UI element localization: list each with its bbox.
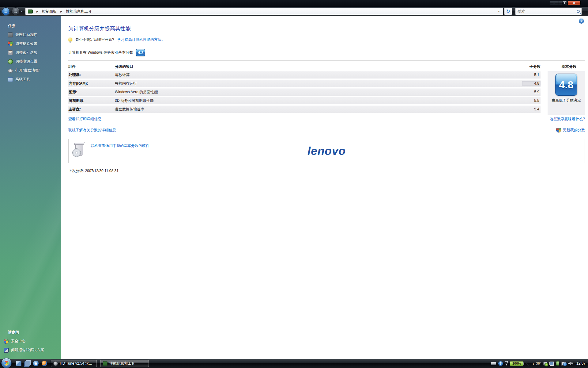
performance-tools-icon xyxy=(103,361,107,366)
breadcrumb-arrow-icon: ▶ xyxy=(60,10,62,13)
col-component: 组件 xyxy=(68,64,115,69)
update-my-score-link[interactable]: 更新我的分数 xyxy=(563,128,585,133)
restore-icon xyxy=(505,361,508,363)
disk-cleanup-icon xyxy=(8,69,13,73)
search-icon[interactable] xyxy=(577,10,580,13)
sidebar-item-disk-cleanup[interactable]: 打开“磁盘清理” xyxy=(0,66,61,75)
close-button[interactable]: ✕ xyxy=(567,1,581,5)
component-name: 处理器: xyxy=(68,72,115,78)
experience-index-badge: 4.8 xyxy=(136,49,145,56)
sidebar-item-label: 问题报告和解决方案 xyxy=(11,347,44,353)
lightbulb-icon xyxy=(68,38,72,42)
safely-remove-usb-icon[interactable] xyxy=(543,362,547,366)
table-row: 主硬盘: 磁盘数据传输速率 5.4 xyxy=(68,105,541,113)
taskbar: e HD Tune v2.54 汉... 性能信息和工具 ? ▼ 100% ‹ … xyxy=(0,359,588,368)
main-content: ? 为计算机分级并提高其性能 是否不确定从哪里开始? 学习提高计算机性能的方法。… xyxy=(61,16,588,359)
sidebar-item-label: 打开“磁盘清理” xyxy=(15,68,40,73)
tray-expand-icon[interactable]: ‹ xyxy=(533,361,534,366)
temperature-indicator[interactable]: 36° xyxy=(536,362,541,365)
sidebar-item-power-settings[interactable]: 调整电源设置 xyxy=(0,57,61,66)
score-table: 组件 分级的项目 子分数 基本分数 处理器: 每秒计算 5.1 内存(RAM):… xyxy=(68,61,585,113)
battery-indicator[interactable]: 100% xyxy=(510,361,524,366)
battery-tip xyxy=(523,362,524,365)
audio-device-icon[interactable] xyxy=(526,362,530,366)
history-dropdown-icon[interactable]: ▼ xyxy=(21,10,23,13)
tray-help-icon[interactable]: ? xyxy=(498,361,503,366)
uac-shield-icon xyxy=(556,128,561,132)
sidebar-item-label: 管理启动程序 xyxy=(15,32,37,37)
see-also-header: 请参阅 xyxy=(0,330,61,337)
rated-item: 磁盘数据传输速率 xyxy=(115,107,522,112)
col-base-score: 基本分数 xyxy=(562,64,576,69)
display-settings-icon[interactable] xyxy=(549,362,554,365)
component-name: 内存(RAM): xyxy=(68,81,115,86)
update-score-action[interactable]: 更新我的分数 xyxy=(556,128,585,133)
base-score-panel: 4.8 由最低子分数决定 xyxy=(548,71,585,115)
refresh-button[interactable]: ↻ xyxy=(504,8,512,15)
sidebar-item-advanced-tools[interactable]: 高级工具 xyxy=(0,75,61,84)
address-bar[interactable]: ▶ 控制面板 ▶ 性能信息和工具 ▼ xyxy=(25,8,503,15)
learn-scores-online-link[interactable]: 联机了解有关分数的详细信息 xyxy=(68,128,116,133)
internet-explorer-icon[interactable]: e xyxy=(33,361,39,366)
learn-performance-link[interactable]: 学习提高计算机性能的方法。 xyxy=(117,37,165,42)
see-also-section: 请参阅 安全中心 问题报告和解决方案 xyxy=(0,330,61,355)
volume-icon[interactable] xyxy=(568,361,573,366)
restore-icon xyxy=(562,2,565,4)
language-bar-icon[interactable]: ▼ xyxy=(505,361,508,366)
task-button-label: 性能信息和工具 xyxy=(109,361,135,366)
windows-flag-icon xyxy=(3,360,10,367)
sidebar-item-manage-startup[interactable]: 管理启动程序 xyxy=(0,30,61,39)
subscore-value-lowest: 4.8 xyxy=(522,81,541,86)
col-rated-item: 分级的项目 xyxy=(115,64,522,69)
lenovo-logo: lenovo xyxy=(69,145,585,158)
startup-programs-icon xyxy=(8,33,13,37)
sidebar-item-label: 调整索引选项 xyxy=(15,50,37,55)
what-numbers-mean-link[interactable]: 这些数字意味着什么? xyxy=(550,117,585,122)
sidebar-item-problem-reports[interactable]: 问题报告和解决方案 xyxy=(0,346,61,355)
quick-launch: e xyxy=(16,361,47,366)
firefox-icon[interactable] xyxy=(42,361,47,366)
forward-button[interactable]: → xyxy=(12,7,20,15)
window-titlebar: – ✕ xyxy=(0,0,588,7)
table-row: 图形: Windows Aero 的桌面性能 5.9 xyxy=(68,88,541,96)
uac-shield-icon xyxy=(8,41,13,46)
sidebar-item-label: 调整电源设置 xyxy=(15,59,37,64)
taskbar-button-hdtune[interactable]: HD Tune v2.54 汉... xyxy=(51,360,97,367)
address-dropdown-icon[interactable]: ▼ xyxy=(496,10,501,13)
table-row: 处理器: 每秒计算 5.1 xyxy=(68,71,541,79)
tip-question: 是否不确定从哪里开始? xyxy=(75,37,114,42)
tasks-header: 任务 xyxy=(0,16,61,30)
table-header-row: 组件 分级的项目 子分数 xyxy=(68,61,541,71)
base-score-badge: 4.8 xyxy=(555,74,577,96)
back-button[interactable]: ← xyxy=(2,7,10,15)
breadcrumb-performance-tools[interactable]: 性能信息和工具 xyxy=(65,8,93,15)
breadcrumb-control-panel[interactable]: 控制面板 xyxy=(41,8,58,15)
sidebar-item-security-center[interactable]: 安全中心 xyxy=(0,337,61,346)
taskbar-clock[interactable]: 12:07 xyxy=(576,361,586,366)
rated-item: Windows Aero 的桌面性能 xyxy=(115,90,522,95)
component-name: 游戏图形: xyxy=(68,98,115,103)
sidebar-item-indexing-options[interactable]: 调整索引选项 xyxy=(0,48,61,57)
search-input[interactable] xyxy=(517,9,577,13)
power-plug-icon[interactable] xyxy=(556,361,559,366)
chevron-down-icon: ▼ xyxy=(505,364,507,366)
view-print-details-link[interactable]: 查看和打印详细信息 xyxy=(68,117,101,122)
show-desktop-icon[interactable] xyxy=(16,361,21,366)
subscore-value: 5.1 xyxy=(522,73,541,77)
minimize-button[interactable]: – xyxy=(550,1,559,5)
sidebar-item-label: 安全中心 xyxy=(11,339,26,344)
network-icon[interactable] xyxy=(561,362,566,366)
tip-line: 是否不确定从哪里开始? 学习提高计算机性能的方法。 xyxy=(68,37,585,42)
help-icon[interactable]: ? xyxy=(579,18,584,24)
sidebar-item-visual-effects[interactable]: 调整视觉效果 xyxy=(0,39,61,48)
maximize-button[interactable] xyxy=(559,1,567,5)
navigation-bar: ← → ▼ ▶ 控制面板 ▶ 性能信息和工具 ▼ ↻ xyxy=(0,7,588,16)
start-button[interactable] xyxy=(1,358,12,368)
keyboard-icon[interactable] xyxy=(491,362,496,365)
rated-item: 3D 商务和游戏图形性能 xyxy=(115,98,522,103)
taskbar-button-performance-tools[interactable]: 性能信息和工具 xyxy=(100,360,149,367)
indexing-options-icon xyxy=(8,50,13,55)
col-subscore: 子分数 xyxy=(522,64,541,69)
switch-windows-icon[interactable] xyxy=(24,361,30,366)
search-box[interactable] xyxy=(515,8,582,15)
